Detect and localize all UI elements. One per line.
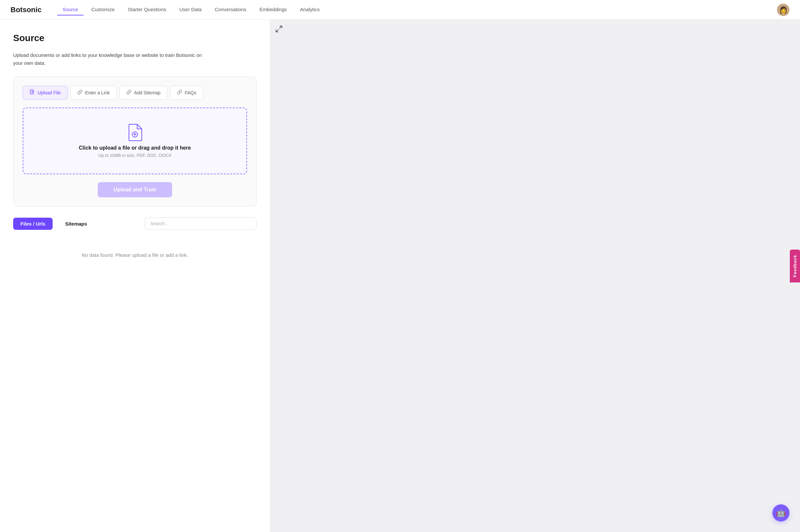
link-icon-3 <box>177 90 182 96</box>
tab-add-sitemap-label: Add Sitemap <box>134 90 161 95</box>
header: Botsonic Source Customize Starter Questi… <box>0 0 800 20</box>
sitemaps-tab[interactable]: Sitemaps <box>58 218 94 230</box>
avatar[interactable]: 👩 <box>777 4 789 16</box>
upload-train-button[interactable]: Upload and Train <box>98 182 172 197</box>
upload-card: Upload File Enter a Link Add Sitemap <box>13 76 257 207</box>
no-data-message: No data found. Please upload a file or a… <box>13 236 257 273</box>
tab-add-sitemap[interactable]: Add Sitemap <box>119 86 167 100</box>
upload-tabs: Upload File Enter a Link Add Sitemap <box>23 86 247 100</box>
nav-item-source[interactable]: Source <box>57 4 83 16</box>
search-input[interactable] <box>145 217 257 230</box>
drop-zone-subtitle: Up to 10MB in size. PDF, DOC, DOCX <box>34 153 236 158</box>
logo: Botsonic <box>11 5 41 14</box>
drop-zone-title: Click to upload a file or drag and drop … <box>34 145 236 151</box>
tab-faqs-label: FAQs <box>185 90 197 95</box>
tab-faqs[interactable]: FAQs <box>170 86 203 100</box>
nav-item-embeddings[interactable]: Embeddings <box>254 4 292 16</box>
nav-item-conversations[interactable]: Conversations <box>209 4 252 16</box>
tab-upload-file-label: Upload File <box>37 90 61 95</box>
drop-zone[interactable]: Click to upload a file or drag and drop … <box>23 108 247 174</box>
preview-panel <box>270 20 800 532</box>
svg-line-2 <box>280 26 282 28</box>
expand-icon[interactable] <box>275 25 283 35</box>
file-upload-icon <box>128 124 142 141</box>
tab-upload-file[interactable]: Upload File <box>23 86 68 100</box>
svg-line-3 <box>276 30 278 32</box>
nav-item-customize[interactable]: Customize <box>86 4 120 16</box>
link-icon-1 <box>77 90 82 96</box>
nav-item-starter-questions[interactable]: Starter Questions <box>123 4 172 16</box>
page-description: Upload documents or add links to your kn… <box>13 51 210 67</box>
layout: Source Upload documents or add links to … <box>0 20 800 532</box>
page-title: Source <box>13 33 257 43</box>
files-urls-tab[interactable]: Files / Urls <box>13 218 53 230</box>
tab-enter-link[interactable]: Enter a Link <box>70 86 117 100</box>
upload-file-icon <box>30 90 35 96</box>
search-box <box>145 217 257 230</box>
chatbot-bubble[interactable]: 🤖 <box>773 505 789 521</box>
feedback-tab[interactable]: Feedback <box>790 250 800 282</box>
main-panel: Source Upload documents or add links to … <box>0 20 270 532</box>
tab-enter-link-label: Enter a Link <box>85 90 110 95</box>
chatbot-icon: 🤖 <box>776 508 786 517</box>
nav-item-user-data[interactable]: User Data <box>174 4 207 16</box>
nav-item-analytics[interactable]: Analytics <box>295 4 325 16</box>
files-section-header: Files / Urls Sitemaps <box>13 217 257 230</box>
main-nav: Source Customize Starter Questions User … <box>57 4 777 16</box>
link-icon-2 <box>126 90 132 96</box>
